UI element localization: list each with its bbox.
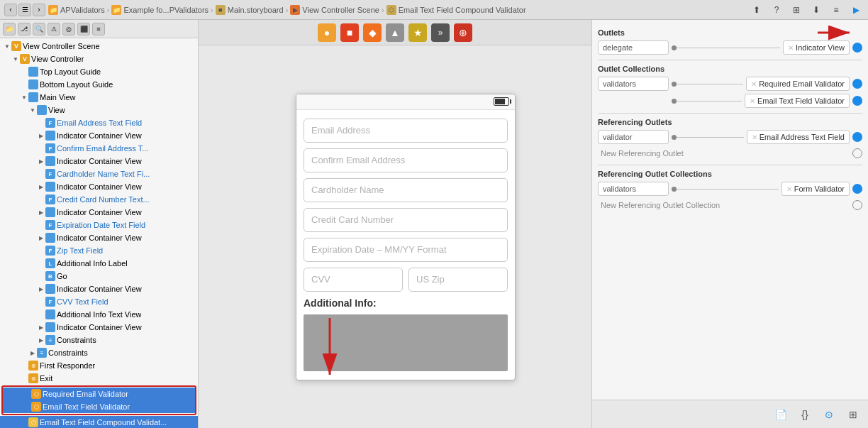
ref-outlet-circle-1[interactable] [852,132,862,142]
tree-label: Indicator Container View [57,157,142,165]
tree-item-vc[interactable]: ▼ V View Controller [0,53,198,65]
search-nav-btn[interactable]: 🔍 [33,23,45,35]
tree-item-confirm-email[interactable]: F Confirm Email Address T... [0,142,198,155]
tree-item-req-email-validator[interactable]: ⬡ Required Email Validator [3,388,195,400]
outlet-target-delegate[interactable]: ✕ Indicator View [783,40,850,55]
nav-sidebar-button[interactable]: ☰ [18,4,31,16]
tree-item-view[interactable]: ▼ View [0,104,198,116]
new-outlet-circle[interactable] [852,148,862,158]
tree-item-go[interactable]: B Go [0,270,198,282]
tree-item-email-field[interactable]: F Email Address Text Field [0,116,198,129]
outlet-col-circle-1[interactable] [852,79,862,89]
ct-icon-1[interactable]: ● [318,23,336,42]
bc-apvalidators[interactable]: 📁 APValidators [48,5,105,15]
view-icon [45,284,55,294]
outlet-col-connector-1 [672,84,743,84]
ref-outlet-name-1: validator [598,130,669,144]
nav-back-button[interactable]: ‹ [4,4,17,16]
credit-card-field[interactable]: Credit Card Number [304,208,508,232]
additional-info-label: Additional Info: [304,297,508,309]
tree-item-indicator2[interactable]: ▶ Indicator Container View [0,155,198,168]
tree-item-creditcard[interactable]: F Credit Card Number Text... [0,193,198,206]
issue-nav-btn[interactable]: ⚠ [48,23,60,35]
new-ref-col-outlet-row[interactable]: New Referencing Outlet Collection [598,198,862,212]
new-outlet-circle-2[interactable] [852,200,862,210]
question-icon[interactable]: ? [769,2,784,18]
report-nav-btn[interactable]: ≡ [92,23,105,35]
tree-item-indicator4[interactable]: ▶ Indicator Container View [0,206,198,219]
tree-item-email-field-validator[interactable]: ⬡ Email Text Field Validator [3,400,195,413]
tree-item-constraints-inner[interactable]: ▶ ≡ Constraints [0,334,198,346]
filled-circle [852,43,862,53]
tree-item-top-layout[interactable]: Top Layout Guide [0,65,198,78]
email-address-field[interactable]: Email Address [304,119,508,143]
ct-icon-2[interactable]: ■ [340,23,359,42]
tree-item-bottom-layout[interactable]: Bottom Layout Guide [0,78,198,91]
ct-icon-5[interactable]: ★ [408,23,427,42]
tree-item-addinfo-label[interactable]: L Additional Info Label [0,257,198,270]
debug-nav-btn[interactable]: ⬛ [77,23,90,35]
divider-2 [598,113,862,114]
expand-icon [20,374,28,383]
test-nav-btn[interactable]: ◎ [62,23,75,35]
run-icon[interactable]: ▶ [848,2,864,18]
tree-item-cvv[interactable]: F CVV Text Field [0,295,198,308]
zip-field[interactable]: US Zip [408,268,508,292]
folder-nav-btn[interactable]: 📁 [3,23,16,35]
tree-item-first-responder[interactable]: ⊕ First Responder [0,359,198,372]
tree-label: Indicator Container View [57,323,142,331]
grid-icon[interactable]: ⊞ [789,2,804,18]
nav-forward-button[interactable]: › [33,4,45,16]
tree-item-addinfo-view[interactable]: Additional Info Text View [0,308,198,321]
tree-item-indicator5[interactable]: ▶ Indicator Container View [0,231,198,244]
tree-item-expiry[interactable]: F Expiration Date Text Field [0,219,198,231]
bc-compound[interactable]: ⬡ Email Text Field Compound Validator [386,5,526,15]
tree-label: View Controller [31,55,84,63]
tree-item-cardholder[interactable]: F Cardholder Name Text Fi... [0,168,198,180]
view-icon [28,79,38,89]
nav-buttons: ‹ ☰ › [4,4,45,16]
braces-icon[interactable]: {} [797,407,813,422]
ct-icon-3[interactable]: ◆ [363,23,382,42]
tree-item-indicator1[interactable]: ▶ Indicator Container View [0,129,198,142]
tree-item-zip[interactable]: F Zip Text Field [0,244,198,257]
ref-outlet-target-1[interactable]: ✕ Email Address Text Field [747,130,850,144]
tree-item-indicator6[interactable]: ▶ Indicator Container View [0,282,198,295]
tree-item-vc-scene[interactable]: ▼ V View Controller Scene [0,40,198,53]
outlet-name-delegate: delegate [598,40,669,55]
git-nav-btn[interactable]: ⎇ [18,23,30,35]
tree-item-compound-validator[interactable]: ⬡ Email Text Field Compound Validat... [0,416,198,428]
share-icon[interactable]: ⬆ [749,2,764,18]
outlet-col-circle-2[interactable] [852,96,862,106]
outlet-row-delegate: delegate ✕ Indicator View [598,40,862,55]
download-icon[interactable]: ⬇ [808,2,824,18]
expiry-field[interactable]: Expiration Date – MM/YY Format [304,238,508,262]
outlet-col-name-1: validators [598,77,669,91]
doc-icon[interactable]: 📄 [773,407,789,422]
outlet-circle-filled[interactable] [852,43,862,53]
cvv-field[interactable]: CVV [304,268,403,292]
tree-item-exit[interactable]: ⊗ Exit [0,372,198,385]
bc-mainstoryboard[interactable]: ■ Main.storyboard [216,5,284,15]
ct-icon-4[interactable]: ▲ [386,23,404,42]
ct-icon-6[interactable]: » [431,23,450,42]
cardholder-field[interactable]: Cardholder Name [304,178,508,202]
tree-item-main-view[interactable]: ▼ Main View [0,91,198,104]
badge-icon[interactable]: ≡ [828,2,844,18]
ref-outlet-col-circle-1[interactable] [852,184,862,194]
new-ref-outlet-row[interactable]: New Referencing Outlet [598,146,862,160]
circle-icon[interactable]: ⊙ [821,407,837,422]
bc-sep-4: › [382,6,384,14]
bc-vcscene[interactable]: ▶ View Controller Scene [290,5,379,15]
ct-icon-7[interactable]: ⊕ [454,23,472,42]
tree-item-indicator3[interactable]: ▶ Indicator Container View [0,180,198,193]
tree-item-indicator7[interactable]: ▶ Indicator Container View [0,321,198,334]
ref-outlet-col-target-1[interactable]: ✕ Form Validator [781,182,850,196]
tree-item-constraints-outer[interactable]: ▶ ≡ Constraints [0,346,198,359]
confirm-email-field[interactable]: Confirm Email Address [304,148,508,172]
grid-icon-right[interactable]: ⊞ [845,407,861,422]
expand-icon [20,418,28,427]
outlet-col-target-2[interactable]: ✕ Email Text Field Validator [745,94,850,108]
bc-example[interactable]: 📁 Example fo...PValidators [111,5,208,15]
outlet-col-target-1[interactable]: ✕ Required Email Validator [746,77,850,91]
